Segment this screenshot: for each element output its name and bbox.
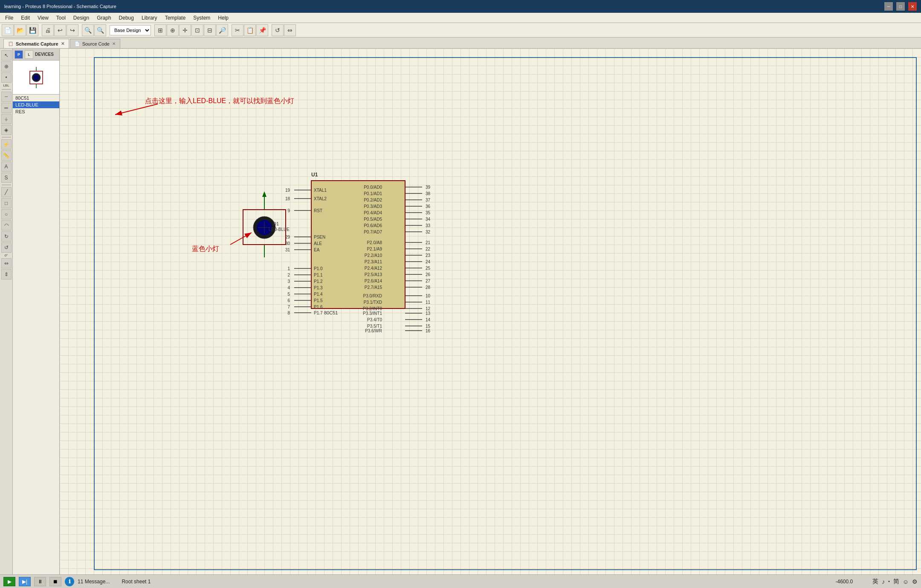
main-layout: ↖ ⊕ • LBL ╌ ═ ⏚ ◈ ⚡ 📏 A S ╱ □ ○ ◠ ↻ ↺ 0°… — [0, 49, 921, 574]
copy-button[interactable]: 📋 — [244, 24, 256, 36]
canvas-area[interactable]: D1 LED-BLUE U1 80C51 19 XTAL1 18 XTAL2 9… — [60, 49, 921, 574]
pin34-label: P0.5/AD5 — [364, 217, 382, 222]
origin-button[interactable]: ⊕ — [167, 24, 179, 36]
menu-item-help[interactable]: Help — [214, 14, 232, 22]
open-button[interactable]: 📂 — [14, 24, 26, 36]
menu-item-template[interactable]: Template — [162, 14, 189, 22]
rotate-button[interactable]: ↺ — [272, 24, 284, 36]
led-ref-text: D1 — [273, 221, 279, 226]
symbol-tool[interactable]: S — [1, 173, 12, 183]
lang-cn[interactable]: 简 — [893, 578, 899, 585]
pin11-num: 11 — [426, 300, 431, 305]
pin23-label: P2.2/A10 — [365, 253, 382, 258]
play-button[interactable]: ▶ — [3, 577, 15, 586]
menu-item-library[interactable]: Library — [138, 14, 161, 22]
rotate-cw[interactable]: ↻ — [1, 231, 12, 242]
select-tool[interactable]: ↖ — [1, 50, 12, 61]
zoom-fit-button[interactable]: ⊡ — [191, 24, 203, 36]
mirror-button[interactable]: ⇔ — [284, 24, 296, 36]
minimize-button[interactable]: ─ — [884, 2, 893, 11]
rotate-ccw[interactable]: ↺ — [1, 242, 12, 253]
menu-item-graph[interactable]: Graph — [93, 14, 114, 22]
flip-v[interactable]: ⇕ — [1, 269, 12, 280]
zoom-out-button[interactable]: 🔍 — [94, 24, 106, 36]
probe-tool[interactable]: ⚡ — [1, 139, 12, 150]
undo-button[interactable]: ↩ — [54, 24, 66, 36]
menu-item-file[interactable]: File — [2, 14, 17, 22]
comp-led-blue[interactable]: LED-BLUE — [13, 101, 59, 108]
component-tool[interactable]: ⊕ — [1, 61, 12, 72]
menu-item-view[interactable]: View — [34, 14, 52, 22]
status-coords: -4600.0 — [835, 579, 853, 585]
junction-tool[interactable]: • — [1, 72, 12, 83]
wire-tool[interactable]: ╌ — [1, 92, 12, 102]
lang-en[interactable]: 英 — [872, 578, 878, 585]
line-tool[interactable]: ╱ — [1, 187, 12, 197]
step-button[interactable]: ▶| — [19, 577, 31, 586]
close-button[interactable]: ✕ — [908, 2, 917, 11]
grid-button[interactable]: ⊞ — [154, 24, 166, 36]
pin12-num: 12 — [426, 306, 431, 311]
text-tool[interactable]: A — [1, 161, 12, 172]
pin3-label: P1.2 — [314, 279, 323, 284]
bus-tool[interactable]: ═ — [1, 103, 12, 113]
zoom-in-button[interactable]: 🔍 — [82, 24, 94, 36]
pin8-num: 8 — [287, 311, 290, 315]
virtual-tool[interactable]: ◈ — [1, 125, 12, 135]
zoom-area-button[interactable]: ⊟ — [204, 24, 216, 36]
pin31-num: 31 — [285, 248, 290, 252]
pin38-label: P0.1/AD1 — [364, 191, 382, 196]
panel-label: DEVICES — [35, 52, 54, 57]
save-button[interactable]: 💾 — [26, 24, 38, 36]
pin19-num: 19 — [285, 188, 290, 193]
tab-schematic-close[interactable]: ✕ — [61, 41, 64, 46]
menu-item-system[interactable]: System — [190, 14, 214, 22]
lang-dot: • — [888, 579, 890, 584]
lang-settings[interactable]: ⚙ — [912, 578, 918, 585]
arc-tool[interactable]: ◠ — [1, 220, 12, 231]
zoom-sel-button[interactable]: 🔎 — [216, 24, 228, 36]
tab-source[interactable]: 📄 Source Code ✕ — [70, 39, 120, 48]
panel-p-button[interactable]: P — [14, 50, 23, 59]
pin27-num: 27 — [426, 279, 431, 283]
tab-source-close[interactable]: ✕ — [112, 41, 116, 46]
schematic-canvas[interactable]: D1 LED-BLUE U1 80C51 19 XTAL1 18 XTAL2 9… — [60, 49, 921, 574]
comp-80c51[interactable]: 80C51 — [13, 95, 59, 101]
pin18-num: 18 — [285, 196, 290, 201]
print-button[interactable]: 🖨 — [42, 24, 54, 36]
pin7-label: P1.6 — [314, 305, 323, 309]
tape-tool[interactable]: 📏 — [1, 150, 12, 161]
cut-button[interactable]: ✂ — [232, 24, 243, 36]
rect-tool[interactable]: □ — [1, 198, 12, 208]
pin32-num: 32 — [426, 230, 431, 234]
pan-button[interactable]: ✛ — [179, 24, 191, 36]
tab-schematic[interactable]: 📋 Schematic Capture ✕ — [3, 39, 69, 48]
pin11-label: P3.1/TXD — [364, 300, 382, 305]
pin39-label: P0.0/AD0 — [364, 185, 382, 190]
menu-item-design[interactable]: Design — [70, 14, 93, 22]
circle-tool[interactable]: ○ — [1, 209, 12, 219]
annotation-arrow-2 — [230, 233, 252, 245]
menu-item-edit[interactable]: Edit — [17, 14, 33, 22]
flip-h[interactable]: ⇔ — [1, 258, 12, 268]
power-tool[interactable]: ⏚ — [1, 114, 12, 124]
pin24-label: P2.3/A11 — [365, 259, 382, 264]
menu-item-tool[interactable]: Tool — [53, 14, 69, 22]
pin13-num: 13 — [426, 311, 431, 316]
menu-item-debug[interactable]: Debug — [116, 14, 137, 22]
led-wire-arrow-top — [262, 191, 266, 197]
statusbar: ▶ ▶| ⏸ ⏹ ℹ 11 Message... Root sheet 1 -4… — [0, 574, 921, 588]
design-dropdown[interactable]: Base Design — [110, 25, 151, 35]
pin8-label: P1.7 — [314, 311, 323, 315]
pause-button[interactable]: ⏸ — [34, 577, 46, 586]
app-title: learning - Proteus 8 Professional - Sche… — [4, 4, 116, 9]
lbl-tool[interactable]: LBL — [1, 84, 12, 87]
paste-button[interactable]: 📌 — [256, 24, 268, 36]
pin27-label: P2.6/A14 — [365, 279, 382, 283]
stop-button[interactable]: ⏹ — [49, 577, 61, 586]
new-button[interactable]: 📄 — [2, 24, 14, 36]
comp-res[interactable]: RES — [13, 108, 59, 115]
maximize-button[interactable]: □ — [896, 2, 905, 11]
panel-l-button[interactable]: L — [25, 50, 33, 59]
redo-button[interactable]: ↪ — [67, 24, 78, 36]
